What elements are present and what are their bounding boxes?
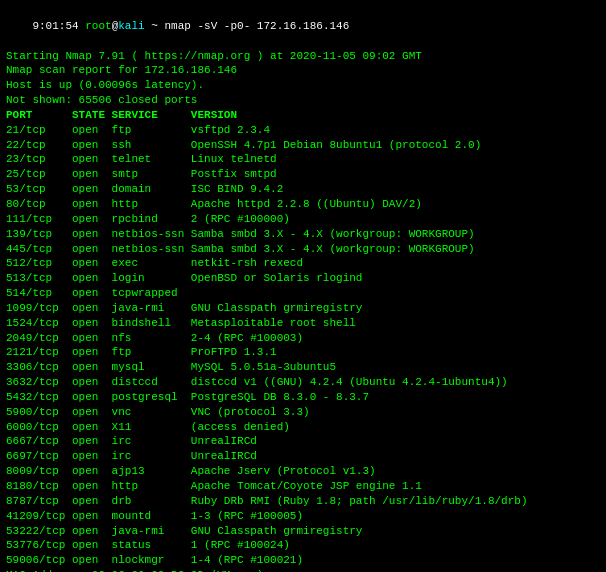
port-513: 513/tcp open login OpenBSD or Solaris rl…: [6, 271, 600, 286]
path: ~: [145, 20, 165, 32]
prompt-line: 9:01:54 root@kali ~ nmap -sV -p0- 172.16…: [6, 4, 600, 49]
port-139: 139/tcp open netbios-ssn Samba smbd 3.X …: [6, 227, 600, 242]
port-23: 23/tcp open telnet Linux telnetd: [6, 152, 600, 167]
time: 9:01:54: [32, 20, 85, 32]
port-6697: 6697/tcp open irc UnrealIRCd: [6, 449, 600, 464]
port-1524: 1524/tcp open bindshell Metasploitable r…: [6, 316, 600, 331]
not-shown: Not shown: 65506 closed ports: [6, 93, 600, 108]
port-8787: 8787/tcp open drb Ruby DRb RMI (Ruby 1.8…: [6, 494, 600, 509]
port-53: 53/tcp open domain ISC BIND 9.4.2: [6, 182, 600, 197]
table-header: PORT STATE SERVICE VERSION: [6, 108, 600, 123]
port-8180: 8180/tcp open http Apache Tomcat/Coyote …: [6, 479, 600, 494]
port-3632: 3632/tcp open distccd distccd v1 ((GNU) …: [6, 375, 600, 390]
port-514: 514/tcp open tcpwrapped: [6, 286, 600, 301]
host: kali: [118, 20, 144, 32]
port-445: 445/tcp open netbios-ssn Samba smbd 3.X …: [6, 242, 600, 257]
port-6000: 6000/tcp open X11 (access denied): [6, 420, 600, 435]
port-111: 111/tcp open rpcbind 2 (RPC #100000): [6, 212, 600, 227]
port-5900: 5900/tcp open vnc VNC (protocol 3.3): [6, 405, 600, 420]
port-1099: 1099/tcp open java-rmi GNU Classpath grm…: [6, 301, 600, 316]
port-41209: 41209/tcp open mountd 1-3 (RPC #100005): [6, 509, 600, 524]
port-512: 512/tcp open exec netkit-rsh rexecd: [6, 256, 600, 271]
nmap-start: Starting Nmap 7.91 ( https://nmap.org ) …: [6, 49, 600, 64]
host-up: Host is up (0.00096s latency).: [6, 78, 600, 93]
port-80: 80/tcp open http Apache httpd 2.2.8 ((Ub…: [6, 197, 600, 212]
port-6667: 6667/tcp open irc UnrealIRCd: [6, 434, 600, 449]
mac-address: MAC Address: 00:0C:29:28:BC:9D (VMware): [6, 568, 600, 572]
command: nmap -sV -p0- 172.16.186.146: [164, 20, 349, 32]
port-53222: 53222/tcp open java-rmi GNU Classpath gr…: [6, 524, 600, 539]
port-21: 21/tcp open ftp vsftpd 2.3.4: [6, 123, 600, 138]
port-8009: 8009/tcp open ajp13 Apache Jserv (Protoc…: [6, 464, 600, 479]
scan-report: Nmap scan report for 172.16.186.146: [6, 63, 600, 78]
user: root: [85, 20, 111, 32]
port-25: 25/tcp open smtp Postfix smtpd: [6, 167, 600, 182]
port-53776: 53776/tcp open status 1 (RPC #100024): [6, 538, 600, 553]
port-2121: 2121/tcp open ftp ProFTPD 1.3.1: [6, 345, 600, 360]
port-59006: 59006/tcp open nlockmgr 1-4 (RPC #100021…: [6, 553, 600, 568]
port-5432: 5432/tcp open postgresql PostgreSQL DB 8…: [6, 390, 600, 405]
terminal: 9:01:54 root@kali ~ nmap -sV -p0- 172.16…: [6, 4, 600, 572]
port-2049: 2049/tcp open nfs 2-4 (RPC #100003): [6, 331, 600, 346]
port-3306: 3306/tcp open mysql MySQL 5.0.51a-3ubunt…: [6, 360, 600, 375]
port-22: 22/tcp open ssh OpenSSH 4.7p1 Debian 8ub…: [6, 138, 600, 153]
